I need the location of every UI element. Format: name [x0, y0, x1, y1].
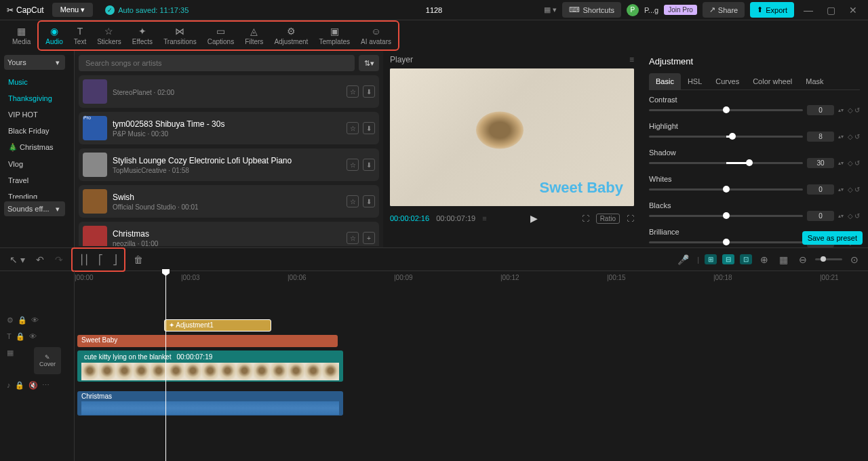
cat-vlog[interactable]: Vlog [0, 156, 74, 172]
adj-tab-mask[interactable]: Mask [799, 73, 830, 89]
mute-icon[interactable]: 🔇 [28, 381, 38, 390]
slider-value[interactable]: 30 [807, 158, 834, 168]
tool-adjustment[interactable]: ⚙Adjustment [269, 23, 313, 48]
trim-left-icon[interactable]: ⎡ [96, 252, 106, 268]
sound-effects-dropdown[interactable]: Sounds eff... [4, 201, 65, 216]
keyframe-icon[interactable]: ◇ [848, 106, 853, 114]
slider-contrast[interactable] [649, 109, 803, 111]
fullscreen-icon[interactable]: ⛶ [627, 214, 634, 222]
cat-christmas[interactable]: 🎄 Christmas [0, 139, 74, 156]
tracks-icon[interactable]: ▦ [776, 252, 791, 268]
save-preset-button[interactable]: Save as preset [802, 231, 863, 245]
cat-trending[interactable]: Trending [0, 188, 74, 199]
trim-right-icon[interactable]: ⎦ [110, 252, 120, 268]
adj-tab-hsl[interactable]: HSL [681, 73, 709, 89]
tool-media[interactable]: ▦Media [7, 23, 36, 48]
song-item[interactable]: Stylish Lounge Cozy Electronic Lofi Upbe… [79, 148, 379, 181]
track-toggle-icon[interactable]: ⚙ [7, 316, 14, 325]
maximize-icon[interactable]: ▢ [823, 5, 840, 16]
lock-icon[interactable]: 🔒 [18, 316, 27, 325]
magnet-tag2[interactable]: ⊟ [722, 254, 734, 264]
menu-button[interactable]: Menu ▾ [52, 3, 94, 17]
reset-icon[interactable]: ↺ [854, 133, 860, 140]
tool-filters[interactable]: ◬Filters [239, 23, 269, 48]
favorite-icon[interactable]: ☆ [347, 85, 359, 98]
zoom-fit-icon[interactable]: ⊙ [848, 252, 861, 268]
keyframe-icon[interactable]: ◇ [848, 212, 853, 220]
layout-icon[interactable]: ▦ ▾ [544, 5, 557, 14]
tool-templates[interactable]: ▣Templates [313, 23, 355, 48]
favorite-icon[interactable]: ☆ [347, 159, 359, 171]
share-button[interactable]: ↗ Share [703, 2, 745, 18]
user-avatar[interactable]: P [627, 4, 639, 16]
cat-travel[interactable]: Travel [0, 172, 74, 188]
download-icon[interactable]: ⬇ [363, 122, 375, 134]
tool-effects[interactable]: ✦Effects [127, 23, 158, 48]
keyframe-icon[interactable]: ◇ [848, 133, 853, 140]
magnet-tag1[interactable]: ⊞ [705, 254, 717, 264]
cat-blackfriday[interactable]: Black Friday [0, 123, 74, 139]
reset-icon[interactable]: ↺ [854, 159, 860, 167]
export-button[interactable]: ⬆ Export [750, 2, 794, 18]
search-input[interactable] [79, 55, 355, 71]
keyframe-icon[interactable]: ◇ [848, 186, 853, 193]
mic-icon[interactable]: 🎤 [675, 252, 692, 268]
shortcuts-button[interactable]: ⌨ Shortcuts [562, 2, 620, 18]
tool-transitions[interactable]: ⋈Transitions [158, 23, 202, 48]
yours-dropdown[interactable]: Yours [4, 55, 65, 70]
reset-icon[interactable]: ↺ [854, 106, 860, 114]
crop-icon[interactable]: ⛶ [582, 214, 589, 222]
play-button[interactable]: ▶ [530, 213, 538, 224]
slider-value[interactable]: 0 [807, 105, 834, 115]
clip-audio[interactable]: Christmas [77, 391, 343, 416]
list-icon[interactable]: ≡ [482, 214, 486, 222]
eye-icon[interactable]: 👁 [31, 316, 39, 324]
delete-icon[interactable]: 🗑 [131, 252, 146, 268]
tool-stickers[interactable]: ☆Stickers [92, 23, 127, 48]
align-icon[interactable]: ⊕ [757, 252, 771, 268]
minimize-icon[interactable]: — [800, 5, 817, 16]
favorite-icon[interactable]: ☆ [347, 122, 359, 134]
magnet-tag3[interactable]: ⊡ [740, 254, 752, 264]
cursor-tool-icon[interactable]: ↖ ▾ [7, 252, 28, 268]
clip-adjustment[interactable]: ✦ Adjustment1 [164, 319, 271, 332]
player-menu-icon[interactable]: ≡ [629, 55, 634, 64]
song-item[interactable]: Protym002583 Shibuya Time - 30sP&P Music… [79, 112, 379, 144]
slider-value[interactable]: 0 [807, 211, 834, 221]
redo-icon[interactable]: ↷ [52, 252, 66, 268]
undo-icon[interactable]: ↶ [33, 252, 47, 268]
download-icon[interactable]: ⬇ [363, 159, 375, 171]
slider-whites[interactable] [649, 188, 803, 191]
slider-brilliance[interactable] [649, 241, 803, 243]
song-item[interactable]: Christmasneozilla · 01:00☆+ [79, 222, 379, 246]
sort-button[interactable]: ⇅▾ [359, 55, 379, 71]
preview-viewport[interactable]: Sweet Baby [390, 68, 634, 206]
cat-thanksgiving[interactable]: Thanksgiving [0, 90, 74, 106]
favorite-icon[interactable]: ☆ [347, 232, 359, 244]
tool-captions[interactable]: ▭Captions [202, 23, 239, 48]
clip-text[interactable]: Sweet Baby [77, 335, 338, 347]
tool-audio[interactable]: ◉Audio [40, 23, 68, 48]
ratio-button[interactable]: Ratio [596, 214, 620, 224]
close-icon[interactable]: ✕ [845, 5, 861, 16]
cat-viphot[interactable]: VIP HOT [0, 106, 74, 123]
slider-blacks[interactable] [649, 215, 803, 217]
cat-music[interactable]: Music [0, 74, 74, 90]
cover-button[interactable]: ✎Cover [34, 347, 61, 374]
download-icon[interactable]: ⬇ [363, 85, 375, 98]
keyframe-icon[interactable]: ◇ [848, 159, 853, 167]
slider-value[interactable]: 0 [807, 184, 834, 195]
tool-text[interactable]: TText [68, 23, 92, 48]
tool-ai-avatars[interactable]: ☺AI avatars [355, 23, 397, 48]
zoom-out-icon[interactable]: ⊖ [796, 252, 810, 268]
join-pro-button[interactable]: Join Pro [664, 5, 697, 15]
slider-highlight[interactable] [649, 136, 803, 138]
reset-icon[interactable]: ↺ [854, 212, 860, 220]
adj-tab-colorwheel[interactable]: Color wheel [746, 73, 799, 89]
reset-icon[interactable]: ↺ [854, 186, 860, 193]
slider-shadow[interactable] [649, 162, 803, 164]
song-item[interactable]: StereoPlanet · 02:00☆⬇ [79, 75, 379, 108]
split-icon[interactable]: ⎮⎮ [77, 252, 92, 268]
playhead[interactable] [165, 271, 166, 461]
adj-tab-basic[interactable]: Basic [649, 73, 681, 89]
